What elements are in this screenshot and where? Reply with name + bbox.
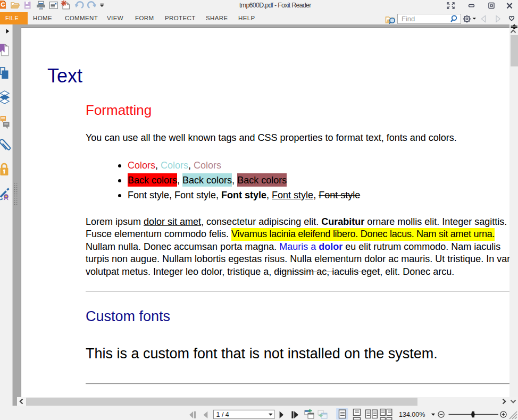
- svg-text:1 / 4: 1 / 4: [216, 411, 229, 418]
- svg-text:Find: Find: [402, 14, 415, 22]
- svg-text:134.00%: 134.00%: [399, 411, 425, 418]
